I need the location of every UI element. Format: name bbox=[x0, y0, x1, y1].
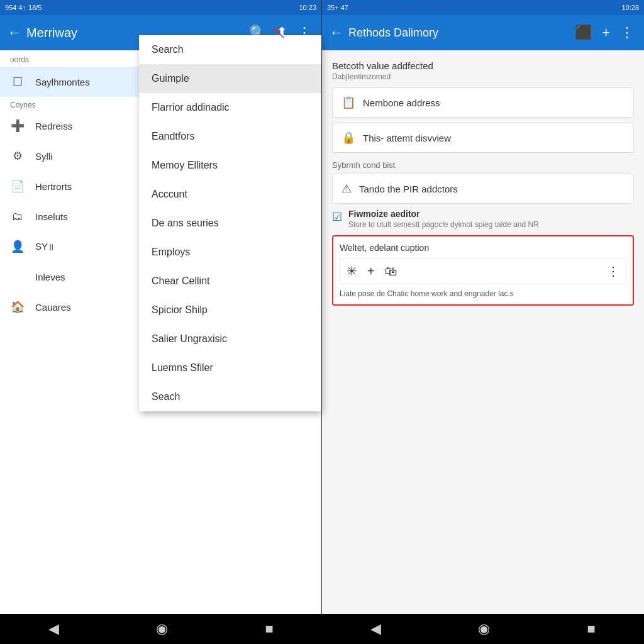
redreiss-label: Redreiss bbox=[35, 121, 72, 131]
inleves-icon bbox=[10, 269, 25, 284]
right-status-right: 10:28 bbox=[621, 4, 639, 11]
left-status-bar: 954 4↑ 18/5 10:23 bbox=[0, 0, 321, 15]
section-title: Betcoth value addfected bbox=[332, 60, 634, 71]
highlight-more-icon[interactable]: ⋮ bbox=[607, 264, 619, 279]
right-screen: 35+ 47 10:28 ← Rethods Dalimory ⬛ + ⋮ Be… bbox=[322, 0, 644, 614]
card-nembone[interactable]: 📋 Nembone address bbox=[332, 87, 634, 118]
dropdown-item-flarrior[interactable]: Flarrior addinadic bbox=[139, 93, 321, 122]
right-square-nav-button[interactable]: ■ bbox=[575, 616, 608, 642]
attemt-icon: 🔒 bbox=[341, 131, 355, 145]
left-status-time: 10:23 bbox=[299, 4, 316, 11]
section-subtitle: Dab|lentimzomed bbox=[332, 72, 634, 81]
hertrorts-icon: 📄 bbox=[10, 179, 25, 194]
right-photo-icon[interactable]: ⬛ bbox=[572, 22, 594, 43]
syii-icon: 👤 bbox=[10, 239, 25, 254]
saylhmontes-label: Saylhmontes bbox=[35, 77, 90, 87]
checkbox-content: Fiwmoize aeditor Store to utult semestt … bbox=[348, 209, 539, 229]
checkbox-title: Fiwmoize aeditor bbox=[348, 209, 539, 219]
subsection-label: Sybrmh cond bist bbox=[332, 160, 634, 170]
right-status-left: 35+ 47 bbox=[327, 4, 348, 11]
right-status-bar: 35+ 47 10:28 bbox=[322, 0, 644, 15]
syii-label: SY॥ bbox=[35, 241, 54, 252]
tando-label: Tando the PIR addctors bbox=[359, 184, 458, 194]
tool-icon-asterisk[interactable]: ✳ bbox=[347, 264, 357, 279]
dropdown-item-spicior[interactable]: Spicior Shilp bbox=[139, 296, 321, 325]
dropdown-item-de-ans[interactable]: De ans seuries bbox=[139, 209, 321, 238]
dropdown-item-seach[interactable]: Seach bbox=[139, 382, 321, 411]
bottom-navigation-container: ◀ ◉ ■ ◀ ◉ ■ bbox=[0, 614, 644, 644]
dropdown-item-eandtfors[interactable]: Eandtfors bbox=[139, 122, 321, 151]
dropdown-menu: Search Guimple Flarrior addinadic Eandtf… bbox=[139, 35, 321, 411]
highlight-box: Weltet, edelant cuption ✳ + 🛍 ⋮ Liate po… bbox=[332, 235, 634, 306]
tando-icon: ⚠ bbox=[341, 182, 352, 196]
right-status-text: 35+ 47 bbox=[327, 4, 348, 11]
left-back-nav-button[interactable]: ◀ bbox=[36, 616, 72, 642]
checkbox-fiwmoize[interactable]: ☑ Fiwmoize aeditor Store to utult semest… bbox=[332, 209, 634, 229]
highlight-toolbar: ✳ + 🛍 ⋮ bbox=[340, 258, 626, 284]
nembone-label: Nembone address bbox=[363, 97, 440, 108]
sylli-icon: ⚙ bbox=[10, 148, 25, 164]
tool-icon-bag[interactable]: 🛍 bbox=[385, 264, 397, 279]
sylli-label: Sylli bbox=[35, 151, 53, 162]
cauares-icon: 🏠 bbox=[10, 299, 25, 314]
dropdown-item-acccunt[interactable]: Acccunt bbox=[139, 180, 321, 209]
right-status-time: 10:28 bbox=[621, 4, 639, 11]
left-home-nav-button[interactable]: ◉ bbox=[143, 616, 180, 642]
nembone-icon: 📋 bbox=[341, 96, 355, 109]
right-content: Betcoth value addfected Dab|lentimzomed … bbox=[322, 50, 644, 614]
right-home-nav-button[interactable]: ◉ bbox=[465, 616, 502, 642]
highlight-description: Liate pose de Chatic home work and engna… bbox=[340, 289, 626, 298]
attemt-label: This- attemt disvview bbox=[363, 133, 451, 143]
left-status-left: 954 4↑ 18/5 bbox=[5, 4, 42, 11]
checkbox-icon: ☑ bbox=[332, 210, 342, 224]
left-screen: 954 4↑ 18/5 10:23 ← Merriway 🔍 ⬆ ⋮ ↑ υor… bbox=[0, 0, 322, 614]
right-bottom-nav: ◀ ◉ ■ bbox=[322, 614, 644, 644]
checkbox-description: Store to utult semestt pagocle dyimot sp… bbox=[348, 220, 539, 229]
cauares-label: Cauares bbox=[35, 302, 71, 313]
right-back-nav-button[interactable]: ◀ bbox=[358, 616, 394, 642]
redreiss-icon: ➕ bbox=[10, 118, 25, 133]
left-square-nav-button[interactable]: ■ bbox=[253, 616, 286, 642]
card-attemt[interactable]: 🔒 This- attemt disvview bbox=[332, 123, 634, 153]
right-add-icon[interactable]: + bbox=[599, 22, 613, 43]
left-status-right: 10:23 bbox=[299, 4, 316, 11]
dropdown-item-chear[interactable]: Chear Cellint bbox=[139, 267, 321, 296]
left-back-button[interactable]: ← bbox=[8, 25, 21, 41]
inseluts-label: Inseluts bbox=[35, 211, 68, 222]
left-status-text: 954 4↑ bbox=[5, 4, 26, 11]
left-bottom-nav: ◀ ◉ ■ bbox=[0, 614, 322, 644]
highlight-title: Weltet, edelant cuption bbox=[340, 243, 626, 253]
dropdown-item-guimple[interactable]: Guimple bbox=[139, 64, 321, 93]
inleves-label: Inleves bbox=[35, 272, 65, 282]
right-toolbar: ← Rethods Dalimory ⬛ + ⋮ bbox=[322, 15, 644, 50]
saylhmontes-icon: ☐ bbox=[10, 74, 25, 89]
left-status-icons: 18/5 bbox=[28, 4, 42, 11]
inseluts-icon: 🗂 bbox=[10, 209, 25, 224]
card-tando[interactable]: ⚠ Tando the PIR addctors bbox=[332, 174, 634, 204]
dropdown-item-salier[interactable]: Salier Ungraxisic bbox=[139, 325, 321, 353]
tool-icon-plus[interactable]: + bbox=[367, 264, 375, 279]
right-more-icon[interactable]: ⋮ bbox=[618, 22, 636, 43]
hertrorts-label: Hertrorts bbox=[35, 181, 72, 192]
dropdown-item-search[interactable]: Search bbox=[139, 35, 321, 64]
dropdown-item-memoy[interactable]: Memoy Elliters bbox=[139, 151, 321, 180]
dropdown-item-luemns[interactable]: Luemns Sfiler bbox=[139, 353, 321, 382]
dropdown-item-employs[interactable]: Employs bbox=[139, 238, 321, 267]
right-back-button[interactable]: ← bbox=[330, 25, 343, 41]
right-title: Rethods Dalimory bbox=[348, 26, 567, 40]
